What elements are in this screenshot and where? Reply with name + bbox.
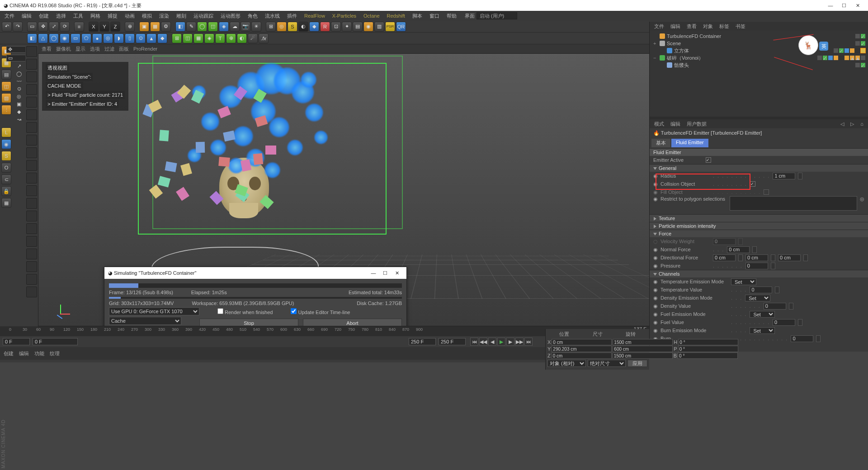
rotate-icon[interactable]: ⟳ [60,22,70,32]
dir-x-input[interactable] [713,254,736,261]
redo-icon[interactable]: ↷ [13,22,23,32]
spinner-icon[interactable] [738,238,743,245]
lock-z-icon[interactable]: Z [110,22,120,32]
close-button[interactable]: ✕ [851,3,864,9]
magnet-icon[interactable]: ⊂ [1,174,11,184]
mat-menu[interactable]: 编辑 [19,350,29,357]
scale-icon[interactable]: ⤢ [49,22,59,32]
attr-nav-icon[interactable]: ⌂ [860,121,863,127]
shelf-icon[interactable] [26,122,37,133]
snap-s-icon[interactable]: S [1,151,11,161]
env-icon[interactable]: ☁ [230,22,240,32]
spinner-icon[interactable] [789,303,793,310]
prim-poly-icon[interactable]: ⬠ [81,33,91,43]
spinner-icon[interactable] [771,263,775,269]
attr-menu[interactable]: 用户数据 [687,121,707,127]
generator-icon[interactable]: ◫ [208,22,218,32]
frame-end-input[interactable] [409,338,436,345]
menu-xparticles[interactable]: X-Particles [330,12,359,19]
gen-g-icon[interactable]: ☄ [248,33,258,43]
render-settings-icon[interactable]: ⚙ [161,22,171,32]
path-tool-icon[interactable]: ↝ [17,117,21,122]
object-row[interactable]: +Scene✓ [651,40,867,47]
menu-edit[interactable]: 编辑 [19,12,34,20]
render-region-icon[interactable]: ▦ [150,22,160,32]
sim-stop-button[interactable]: Stop [199,319,298,326]
menu-realflow[interactable]: RealFlow [302,12,328,19]
sim-gpu-select[interactable]: Use GPU 0: GeForce GTX 1070 [109,307,199,315]
prev-frame-icon[interactable]: ◀ [488,338,496,346]
shelf-icon[interactable] [26,198,37,209]
shelf-icon[interactable] [26,261,37,272]
spinner-icon[interactable] [803,254,808,261]
obj-menu[interactable]: 编辑 [670,23,680,30]
vp-menu-filter[interactable]: 过滤 [104,46,114,52]
coords-icon[interactable]: ⊕ [125,22,135,32]
camera-icon[interactable]: 📷 [241,22,250,32]
gen-f-icon[interactable]: ◐ [237,33,247,43]
menu-snap[interactable]: 捕捉 [105,12,120,20]
vp-menu-options[interactable]: 选项 [90,46,100,52]
fuel-val-input[interactable] [773,319,795,326]
menu-octane[interactable]: Octane [361,12,382,19]
object-row[interactable]: 立方体✓ [651,47,867,54]
restrict-field[interactable] [730,196,857,211]
prim-tank-icon[interactable]: ▯ [125,33,135,43]
menu-help[interactable]: 帮助 [444,12,459,20]
obj-menu[interactable]: 查看 [687,23,697,30]
prim-cone-icon[interactable]: △ [38,33,48,43]
plugin-a-icon[interactable]: ◐ [298,22,308,32]
shelf-icon[interactable] [26,211,37,221]
gen-a-icon[interactable]: ⊞ [172,33,182,43]
next-key-icon[interactable]: ▶▶ [515,338,524,346]
prev-key-icon[interactable]: ◀◀ [479,338,487,346]
coord-apply-button[interactable]: 应用 [627,360,647,367]
pressure-input[interactable] [745,263,768,269]
edge-mode-icon[interactable]: ◫ [1,81,11,91]
cube-icon[interactable]: ◧ [175,22,185,32]
sim-cache-select[interactable]: Cache [109,317,181,325]
dialog-close-button[interactable]: ✕ [391,270,403,276]
snap-o-icon[interactable]: O [1,163,11,173]
shelf-icon[interactable] [26,160,37,171]
goto-start-icon[interactable]: ⏮ [470,338,478,346]
move-icon[interactable]: ✥ [38,22,48,32]
obj-menu[interactable]: 书签 [736,23,745,30]
shelf-icon[interactable] [26,185,37,196]
frame-range-input[interactable] [439,338,466,345]
ring-tool-icon[interactable]: ◎ [17,94,21,99]
arrow-tool-icon[interactable]: ↗ [17,63,21,69]
plugin-b-icon[interactable]: ◆ [309,22,319,32]
psr-icon[interactable]: PSR [385,22,395,32]
shelf-icon[interactable] [26,147,37,158]
spinner-icon[interactable] [752,246,757,253]
prim-platonic-icon[interactable]: ◆ [157,33,167,43]
vp-menu-display[interactable]: 显示 [75,46,85,52]
octane-icon[interactable]: ◎ [277,22,287,32]
velocity-input[interactable] [713,238,736,245]
menu-char[interactable]: 角色 [245,12,260,20]
section-channels[interactable]: Channels [650,270,868,277]
prim-cube-icon[interactable]: ◧ [27,33,37,43]
object-tree[interactable]: 🦌 英 TurbulenceFD Container✓ +Scene✓ 立方体✓… [650,31,868,117]
frame-current-input[interactable] [33,338,78,345]
pos-y-input[interactable] [552,346,612,352]
section-force[interactable]: Force [650,230,868,237]
next-frame-icon[interactable]: ▶ [506,338,514,346]
shelf-icon[interactable] [26,223,37,234]
spinner-icon[interactable] [798,173,802,179]
loop-tool-icon[interactable]: ⊙ [17,86,21,92]
gen-c-icon[interactable]: ▦ [193,33,203,43]
shelf-icon[interactable] [26,173,37,183]
fill-tool-icon[interactable]: ◆ [17,109,21,115]
shelf-icon[interactable] [26,59,37,70]
temp-mode-select[interactable]: Set [731,278,756,285]
attr-menu[interactable]: 编辑 [670,121,680,127]
menu-sim[interactable]: 模拟 [139,12,155,20]
qr-icon[interactable]: QR [396,22,406,32]
obj-menu[interactable]: 对象 [703,23,713,30]
spinner-icon[interactable] [816,335,821,342]
obj-menu[interactable]: 标签 [719,23,729,30]
coord-mode-select[interactable]: 对象 (相对) [547,360,586,367]
gen-text-icon[interactable]: T [215,33,225,43]
